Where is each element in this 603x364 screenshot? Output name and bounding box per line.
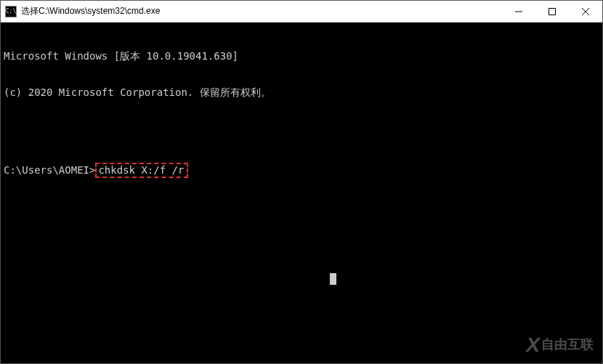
terminal-prompt-line: C:\Users\AOMEI>chkdsk X:/f /r (4, 163, 599, 178)
cmd-icon-glyph: C:\ (6, 8, 16, 15)
terminal-line-version: Microsoft Windows [版本 10.0.19041.630] (4, 50, 599, 62)
cmd-icon: C:\ (5, 6, 17, 17)
cmd-window: C:\ 选择C:\Windows\system32\cmd.exe Micros… (0, 0, 603, 364)
terminal-command: chkdsk X:/f /r (98, 164, 184, 176)
watermark-icon: X (526, 333, 537, 357)
close-button[interactable] (569, 1, 602, 22)
maximize-button[interactable] (535, 1, 569, 22)
close-icon (582, 8, 589, 15)
command-highlight: chkdsk X:/f /r (95, 163, 188, 178)
terminal-cursor (330, 273, 336, 285)
minimize-icon (515, 8, 522, 15)
svg-rect-1 (549, 8, 556, 15)
watermark-text: 自由互联 (541, 337, 594, 353)
titlebar[interactable]: C:\ 选择C:\Windows\system32\cmd.exe (1, 1, 602, 23)
window-title: 选择C:\Windows\system32\cmd.exe (21, 5, 160, 17)
minimize-button[interactable] (502, 1, 535, 22)
maximize-icon (549, 8, 556, 15)
terminal-blank (4, 123, 599, 135)
watermark: X 自由互联 (526, 333, 594, 357)
titlebar-left: C:\ 选择C:\Windows\system32\cmd.exe (1, 5, 160, 17)
window-controls (502, 1, 602, 22)
terminal-prompt: C:\Users\AOMEI> (4, 164, 95, 177)
terminal-body[interactable]: Microsoft Windows [版本 10.0.19041.630] (c… (1, 23, 602, 363)
terminal-line-copyright: (c) 2020 Microsoft Corporation. 保留所有权利。 (4, 86, 599, 99)
